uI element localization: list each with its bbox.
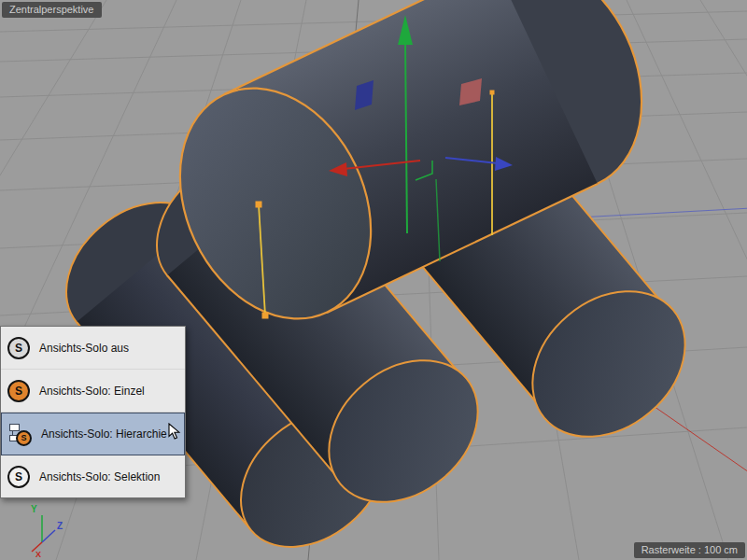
menu-item-solo-einzel[interactable]: S Ansichts-Solo: Einzel — [1, 370, 185, 413]
viewport[interactable]: Y Z X Zentralperspektive Rasterweite : 1… — [0, 0, 747, 560]
menu-item-label: Ansichts-Solo: Selektion — [39, 470, 160, 483]
grid-size-badge: Rasterweite : 100 cm — [634, 542, 745, 558]
vertex-handle[interactable] — [256, 202, 262, 208]
hierarchy-node-parent — [9, 424, 20, 431]
menu-item-label: Ansichts-Solo: Hierarchie — [41, 427, 167, 441]
view-solo-selection-icon: S — [7, 466, 30, 488]
menu-item-solo-off[interactable]: S Ansichts-Solo aus — [1, 327, 185, 370]
viewport-name-badge[interactable]: Zentralperspektive — [2, 2, 102, 18]
vertex-handle[interactable] — [490, 91, 495, 95]
icon-letter: S — [15, 385, 22, 398]
view-solo-single-icon: S — [7, 380, 30, 402]
view-solo-off-icon: S — [7, 337, 30, 359]
menu-item-label: Ansichts-Solo: Einzel — [39, 385, 145, 398]
menu-item-solo-hierarchie[interactable]: S Ansichts-Solo: Hierarchie — [1, 413, 185, 455]
context-menu: S Ansichts-Solo aus S Ansichts-Solo: Ein… — [0, 326, 186, 498]
menu-item-label: Ansichts-Solo aus — [39, 342, 129, 355]
icon-letter: S — [21, 433, 26, 442]
axis-y-label: Y — [31, 504, 37, 514]
vertex-handle[interactable] — [262, 313, 269, 319]
view-solo-hierarchy-icon: S — [7, 422, 32, 446]
menu-item-solo-selektion[interactable]: S Ansichts-Solo: Selektion — [1, 455, 185, 497]
mouse-cursor-icon — [168, 423, 181, 441]
icon-letter: S — [15, 470, 22, 483]
icon-letter: S — [15, 342, 22, 355]
axis-z-label: Z — [57, 521, 63, 531]
axis-x-label: X — [35, 550, 41, 559]
